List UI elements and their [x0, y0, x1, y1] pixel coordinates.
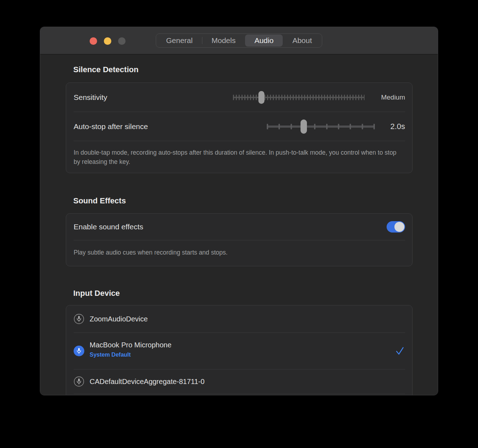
zoom-button-disabled: [118, 37, 126, 45]
input-device-heading: Input Device: [73, 289, 120, 298]
sensitivity-slider-handle[interactable]: [258, 91, 264, 104]
tab-general[interactable]: General: [157, 34, 202, 47]
silence-detection-heading: Silence Detection: [73, 65, 138, 74]
minimize-button[interactable]: [104, 37, 111, 45]
device-row-zoomaudiodevice[interactable]: ZoomAudioDevice: [66, 305, 412, 332]
auto-stop-slider-handle[interactable]: [301, 119, 307, 134]
divider: [74, 394, 405, 394]
device-name: ZoomAudioDevice: [90, 315, 148, 323]
device-name: CADefaultDeviceAggregate-81711-0: [90, 378, 205, 386]
enable-sound-effects-toggle[interactable]: [387, 221, 405, 233]
device-row-macbook-pro-microphone[interactable]: MacBook Pro Microphone System Default: [66, 333, 412, 369]
auto-stop-label: Auto-stop after silence: [74, 122, 148, 131]
auto-stop-value: 2.0s: [390, 122, 405, 131]
sound-effects-card: Enable sound effects Play subtle audio c…: [66, 213, 413, 266]
tab-about[interactable]: About: [283, 34, 321, 47]
checkmark-icon: [394, 346, 405, 356]
tab-models[interactable]: Models: [202, 34, 245, 47]
silence-detection-description: In double-tap mode, recording auto-stops…: [74, 148, 402, 166]
toggle-knob: [394, 222, 404, 232]
sensitivity-value: Medium: [381, 94, 405, 101]
slider-ticks: [267, 124, 375, 129]
enable-sound-effects-label: Enable sound effects: [74, 223, 143, 231]
sensitivity-row: Sensitivity Medium: [66, 83, 412, 112]
tab-bar: General Models Audio About: [156, 33, 322, 48]
traffic-lights: [90, 37, 126, 45]
sound-effects-description: Play subtle audio cues when recording st…: [74, 248, 402, 257]
silence-detection-card: Sensitivity Medium Auto-stop after silen…: [66, 82, 413, 173]
divider: [74, 240, 405, 240]
sensitivity-slider[interactable]: [233, 91, 365, 104]
divider: [74, 141, 405, 141]
device-subtitle: System Default: [90, 352, 131, 358]
auto-stop-slider[interactable]: [267, 119, 375, 134]
sound-effects-heading: Sound Effects: [73, 196, 126, 206]
settings-window: General Models Audio About Silence Detec…: [40, 27, 438, 395]
slider-ticks: [233, 95, 365, 100]
titlebar: General Models Audio About: [40, 27, 438, 54]
microphone-icon: [74, 376, 84, 387]
close-button[interactable]: [90, 37, 97, 45]
audio-settings-panel: Silence Detection Sensitivity Medium Aut…: [40, 55, 438, 395]
microphone-icon: [74, 314, 84, 324]
enable-sound-effects-row: Enable sound effects: [66, 214, 412, 240]
microphone-icon-selected: [74, 346, 84, 356]
device-row-cadefaultdeviceaggregate[interactable]: CADefaultDeviceAggregate-81711-0: [66, 369, 412, 394]
sensitivity-label: Sensitivity: [74, 93, 107, 102]
input-device-card: ZoomAudioDevice MacBook Pro Microphone S…: [66, 305, 413, 395]
device-name: MacBook Pro Microphone: [90, 341, 171, 349]
auto-stop-row: Auto-stop after silence 2.0s: [66, 112, 412, 141]
tab-audio[interactable]: Audio: [245, 34, 283, 47]
